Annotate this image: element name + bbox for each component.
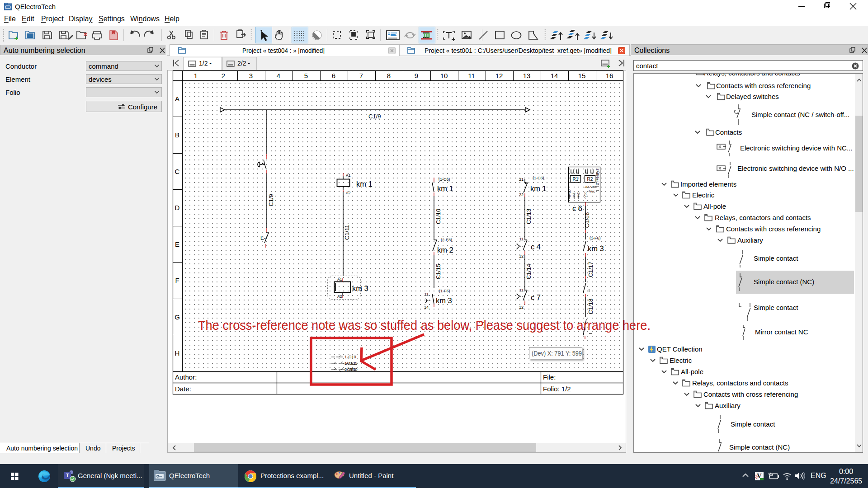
svg-text:The cross-reference note was s: The cross-reference note was so stuffed …: [198, 318, 651, 333]
